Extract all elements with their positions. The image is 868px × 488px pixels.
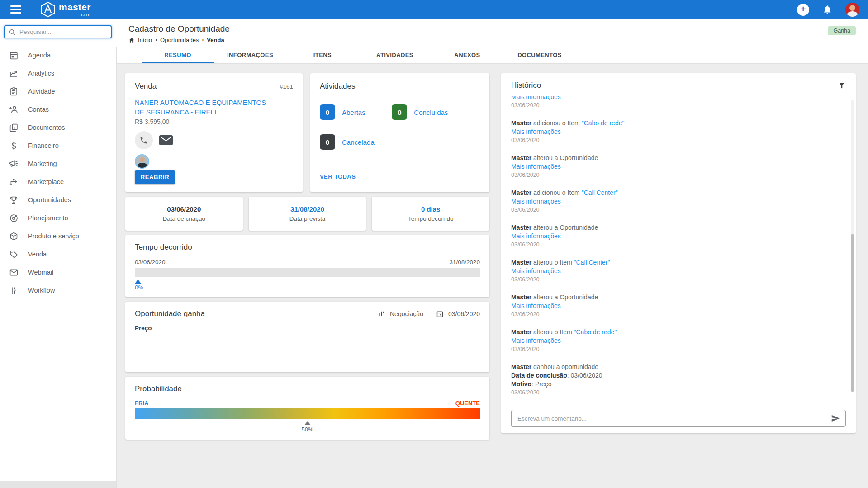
- more-info-link[interactable]: Mais informações: [511, 197, 837, 206]
- user-avatar[interactable]: [845, 3, 859, 17]
- search-box: [4, 25, 112, 38]
- counter-abertas: 0 Abertas: [320, 104, 392, 120]
- atividades-card: Atividades 0 Abertas 0 Concluídas: [310, 73, 489, 192]
- home-icon[interactable]: [128, 37, 135, 43]
- history-scrollbar-thumb[interactable]: [851, 234, 854, 392]
- sidebar-item-documentos[interactable]: Documentos: [0, 118, 116, 137]
- data-prevista-value: 31/08/2020: [290, 205, 324, 213]
- more-info-link[interactable]: Mais informações: [511, 232, 837, 241]
- tempo-card-title: Tempo decorrido: [135, 243, 192, 251]
- search-input[interactable]: [19, 28, 107, 35]
- breadcrumb-oportunidades[interactable]: Oportunidades: [160, 37, 199, 43]
- sidebar: Agenda Analytics Atividade Contas Docume…: [0, 19, 116, 488]
- sidebar-item-marketplace[interactable]: Marketplace: [0, 173, 116, 191]
- more-info-link[interactable]: Mais informações: [511, 336, 837, 345]
- history-entry-date: 03/06/2020: [511, 310, 837, 319]
- search-icon: [9, 28, 16, 36]
- owner-avatar[interactable]: [135, 154, 149, 169]
- sidebar-item-produto-servico[interactable]: Produto e serviço: [0, 227, 116, 245]
- history-entry-date: 03/06/2020: [511, 241, 837, 249]
- counter-cancelada-link[interactable]: Cancelada: [342, 138, 375, 146]
- history-entry-date: 03/06/2020: [511, 101, 837, 110]
- history-item-link[interactable]: "Call Center": [582, 189, 618, 196]
- tab-informacoes[interactable]: INFORMAÇÕES: [214, 47, 286, 63]
- sidebar-item-label: Oportunidades: [28, 196, 71, 204]
- win-reason: Preço: [135, 325, 480, 332]
- trophy-icon: [9, 195, 19, 205]
- tab-documentos[interactable]: DOCUMENTOS: [503, 47, 576, 63]
- sidebar-item-label: Marketing: [28, 160, 57, 167]
- sidebar-scrollbar[interactable]: [0, 481, 116, 488]
- counter-abertas-link[interactable]: Abertas: [342, 109, 365, 116]
- history-item-link[interactable]: "Cabo de rede": [582, 119, 625, 127]
- filter-icon[interactable]: [838, 81, 846, 90]
- history-entry: Master ganhou a oportunidadeData de conc…: [511, 363, 837, 397]
- history-item-link[interactable]: "Cabo de rede": [574, 328, 617, 336]
- stage-icon: [378, 310, 385, 318]
- notifications-icon[interactable]: [822, 5, 832, 14]
- history-item-link[interactable]: "Call Center": [574, 259, 610, 266]
- stage-label: Negociação: [390, 310, 423, 317]
- history-entry: Master alterou a OportunidadeMais inform…: [511, 293, 837, 319]
- probability-gradient-bar: [135, 408, 480, 419]
- sidebar-item-oportunidades[interactable]: Oportunidades: [0, 191, 116, 209]
- data-criacao-value: 03/06/2020: [167, 205, 201, 213]
- sidebar-item-financeiro[interactable]: Financeiro: [0, 137, 116, 155]
- tab-anexos[interactable]: ANEXOS: [431, 47, 503, 63]
- tempo-decorrido-card: 0 dias Tempo decorrido: [372, 197, 489, 231]
- breadcrumb-inicio[interactable]: Início: [138, 37, 152, 43]
- company-link[interactable]: NANER AUTOMACAO E EQUIPAMENTOS DE SEGURA…: [135, 98, 270, 117]
- sidebar-item-planejamento[interactable]: Planejamento: [0, 209, 116, 227]
- tab-itens[interactable]: ITENS: [286, 47, 359, 63]
- sidebar-item-label: Atividade: [28, 88, 55, 95]
- probability-percent: 50%: [301, 426, 313, 433]
- tab-atividades[interactable]: ATIVIDADES: [359, 47, 431, 63]
- sliders-icon: [9, 285, 19, 295]
- sidebar-item-contas[interactable]: Contas: [0, 100, 116, 118]
- sidebar-item-analytics[interactable]: Analytics: [0, 64, 116, 82]
- tempo-progress-bar: [135, 268, 480, 277]
- sidebar-item-label: Financeiro: [28, 142, 59, 149]
- sidebar-item-agenda[interactable]: Agenda: [0, 46, 116, 64]
- phone-icon[interactable]: [135, 131, 153, 149]
- venda-card-title: Venda: [135, 82, 157, 91]
- send-icon[interactable]: [830, 413, 840, 423]
- comment-input[interactable]: [517, 415, 827, 422]
- branch-icon: [9, 177, 19, 187]
- more-info-link[interactable]: Mais informações: [511, 96, 837, 101]
- app-logo: master crm: [40, 1, 91, 18]
- more-info-link[interactable]: Mais informações: [511, 267, 837, 275]
- breadcrumb-separator: ›: [202, 37, 204, 43]
- tab-resumo[interactable]: RESUMO: [142, 47, 214, 63]
- tempo-end-date: 31/08/2020: [449, 259, 480, 265]
- more-info-link[interactable]: Mais informações: [511, 128, 837, 136]
- ver-todas-link[interactable]: VER TODAS: [320, 173, 480, 180]
- more-info-link[interactable]: Mais informações: [511, 162, 837, 171]
- tempo-decorrido-label: Tempo decorrido: [408, 215, 454, 222]
- menu-icon[interactable]: [10, 5, 21, 14]
- sidebar-item-label: Marketplace: [28, 178, 64, 185]
- history-entry: Master alterou o Item "Call Center"Mais …: [511, 258, 837, 284]
- prob-hot-label: QUENTE: [455, 400, 480, 407]
- sidebar-item-venda[interactable]: Venda: [0, 245, 116, 263]
- tag-icon: [9, 249, 19, 259]
- breadcrumb-separator: ›: [155, 37, 157, 43]
- tempo-progress-card: Tempo decorrido 03/06/2020 31/08/2020 0%: [125, 235, 489, 297]
- sidebar-item-label: Analytics: [28, 70, 54, 77]
- add-icon[interactable]: +: [797, 4, 809, 16]
- email-icon[interactable]: [159, 135, 173, 146]
- reopen-button[interactable]: REABRIR: [135, 170, 175, 184]
- history-entry: Master alterou a OportunidadeMais inform…: [511, 154, 837, 180]
- more-info-link[interactable]: Mais informações: [511, 302, 837, 310]
- sidebar-item-webmail[interactable]: Webmail: [0, 263, 116, 281]
- data-prevista-card: 31/08/2020 Data prevista: [249, 197, 366, 231]
- history-entry-date: 03/06/2020: [511, 206, 837, 214]
- history-entry-date: 03/06/2020: [511, 345, 837, 354]
- activity-counter-badge: 0: [320, 134, 335, 150]
- tempo-percent: 0%: [135, 284, 480, 291]
- sidebar-item-marketing[interactable]: Marketing: [0, 155, 116, 173]
- data-criacao-card: 03/06/2020 Data de criação: [125, 197, 243, 231]
- sidebar-item-atividade[interactable]: Atividade: [0, 82, 116, 100]
- counter-concluidas-link[interactable]: Concluídas: [414, 109, 448, 116]
- sidebar-item-workflow[interactable]: Workflow: [0, 281, 116, 299]
